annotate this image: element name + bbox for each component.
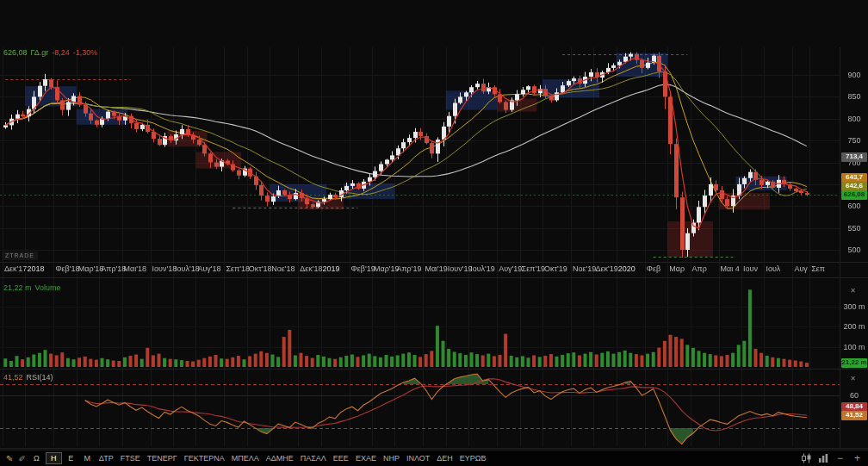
close-icon: ✕ [850, 375, 856, 382]
timeframe-button-Η[interactable]: Η [46, 452, 62, 464]
rsi-label: RSI(14) [27, 373, 53, 382]
zoom-in-button[interactable]: + [852, 452, 863, 464]
volume-label: Volume [35, 283, 61, 292]
rsi-legend: 41,52RSI(14) [3, 373, 53, 382]
symbol-name: ΓΔ.gr [31, 48, 49, 57]
volume-legend: 21,22 mVolume [3, 283, 65, 292]
candlestick-chart-icon[interactable] [801, 453, 812, 463]
volume-pane-close-button[interactable]: ✕ [848, 286, 858, 295]
chart-canvas[interactable] [0, 0, 868, 450]
trading-app: ≡ ✎ 900850800750700650600550500300 m200 … [0, 0, 868, 466]
symbol-button-ΜΠΕΛΑ[interactable]: ΜΠΕΛΑ [228, 453, 263, 463]
symbol-legend: 626,08ΓΔ.gr-8,24-1,30% [3, 48, 101, 57]
symbol-button-ΝΗΡ[interactable]: ΝΗΡ [380, 453, 403, 463]
bottom-toolbar: ✎✐ΩΗΕΜΔΤΡFTSEΤΕΝΕΡΓΓΕΚΤΕΡΝΑΜΠΕΛΑΑΔΜΗΕΠΑΣ… [0, 450, 868, 466]
symbol-button-ΕΥΡΩΒ[interactable]: ΕΥΡΩΒ [456, 453, 490, 463]
symbol-button-ΕΕΕ[interactable]: ΕΕΕ [330, 453, 352, 463]
toolbar-left-group: ✎✐ΩΗΕΜΔΤΡFTSEΤΕΝΕΡΓΓΕΚΤΕΡΝΑΜΠΕΛΑΑΔΜΗΕΠΑΣ… [3, 452, 490, 464]
symbol-button-ΠΑΣΑΛ[interactable]: ΠΑΣΑΛ [297, 453, 330, 463]
timeframe-button-Ε[interactable]: Ε [64, 453, 78, 463]
platform-watermark: ZTRADE [2, 252, 38, 260]
volume-value: 21,22 m [3, 283, 32, 292]
timeframe-button-Μ[interactable]: Μ [80, 453, 95, 463]
symbol-button-ΙΝΛΟΤ[interactable]: ΙΝΛΟΤ [403, 453, 433, 463]
close-icon: ✕ [850, 287, 856, 295]
marker-icon[interactable]: ✐ [18, 454, 25, 463]
toolbar-right-group: −+ [801, 452, 865, 464]
bar-chart-icon[interactable] [818, 453, 828, 463]
symbol-button-FTSE[interactable]: FTSE [117, 453, 144, 463]
symbol-button-ΤΕΝΕΡΓ[interactable]: ΤΕΝΕΡΓ [144, 453, 181, 463]
pencil-icon[interactable]: ✎ [6, 454, 13, 463]
symbol-button-ΑΔΜΗΕ[interactable]: ΑΔΜΗΕ [263, 453, 297, 463]
price-change-pct: -1,30% [73, 48, 98, 57]
symbol-button-ΔΕΗ[interactable]: ΔΕΗ [433, 453, 456, 463]
price-change: -8,24 [52, 48, 70, 57]
rsi-value: 41,52 [3, 373, 23, 382]
last-price-text: 626,08 [3, 48, 28, 57]
symbol-button-ΕΧΑΕ[interactable]: ΕΧΑΕ [352, 453, 380, 463]
timeframe-button-Ω[interactable]: Ω [29, 453, 44, 463]
symbol-button-ΓΕΚΤΕΡΝΑ[interactable]: ΓΕΚΤΕΡΝΑ [181, 453, 228, 463]
zoom-out-button[interactable]: − [834, 452, 846, 464]
rsi-pane-close-button[interactable]: ✕ [848, 374, 858, 383]
symbol-button-ΔΤΡ[interactable]: ΔΤΡ [96, 453, 117, 463]
